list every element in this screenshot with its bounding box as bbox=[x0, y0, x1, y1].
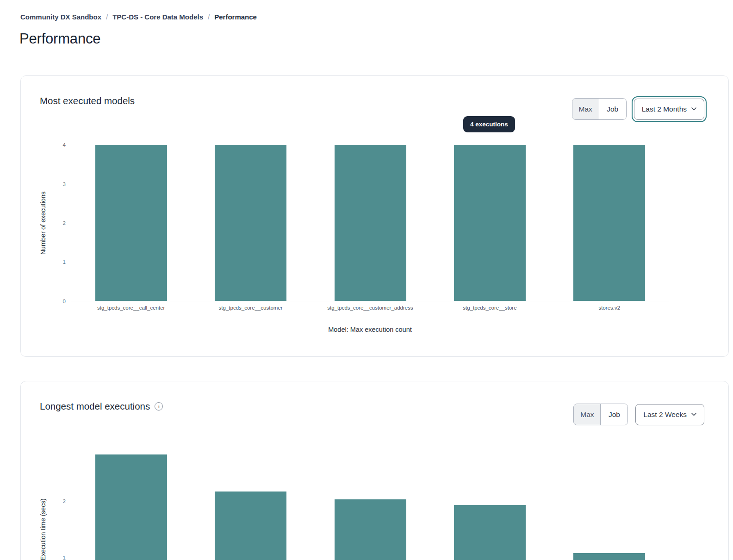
chart-controls: Max Job Last 2 Months bbox=[572, 98, 704, 120]
performance-page: Community DX Sandbox / TPC-DS - Core Dat… bbox=[0, 0, 733, 560]
bar[interactable] bbox=[573, 553, 645, 560]
timeframe-dropdown-value: Last 2 Months bbox=[642, 105, 687, 113]
card-title: Longest model executions i bbox=[40, 401, 163, 412]
bar-band bbox=[191, 145, 310, 301]
info-circle-icon[interactable]: i bbox=[155, 402, 163, 411]
x-axis-category: stores.v2 bbox=[550, 305, 669, 311]
job-toggle-button[interactable]: Job bbox=[601, 404, 627, 425]
bar-band bbox=[550, 145, 669, 301]
y-axis-tick: 1 bbox=[52, 258, 66, 266]
bar-band bbox=[191, 444, 310, 560]
breadcrumb-item-performance: Performance bbox=[214, 13, 257, 21]
most-executed-models-card: Most executed models Max Job Last 2 Mont… bbox=[20, 75, 729, 357]
chart-tooltip: 4 executions bbox=[463, 116, 515, 132]
max-job-toggle: Max Job bbox=[572, 98, 627, 120]
x-axis-labels: stg_tpcds_core__call_center stg_tpcds_co… bbox=[71, 301, 669, 311]
bar[interactable] bbox=[454, 145, 526, 301]
max-job-toggle: Max Job bbox=[573, 404, 628, 425]
breadcrumb-separator: / bbox=[208, 13, 210, 21]
max-toggle-button[interactable]: Max bbox=[574, 404, 601, 425]
bar-band bbox=[71, 444, 191, 560]
plot-area: 2 1 bbox=[71, 444, 669, 560]
max-toggle-button[interactable]: Max bbox=[572, 99, 599, 119]
chart-controls: Max Job Last 2 Weeks bbox=[573, 404, 704, 425]
bar[interactable] bbox=[215, 145, 286, 301]
x-axis-category: stg_tpcds_core__customer bbox=[191, 305, 310, 311]
y-axis-tick: 2 bbox=[52, 498, 66, 505]
bar[interactable] bbox=[95, 145, 167, 301]
job-toggle-button[interactable]: Job bbox=[599, 99, 626, 119]
bar-band bbox=[430, 444, 549, 560]
longest-model-executions-card: Longest model executions i Max Job Last … bbox=[20, 381, 729, 560]
bar[interactable] bbox=[215, 492, 286, 560]
x-axis-category: stg_tpcds_core__store bbox=[430, 305, 549, 311]
y-axis-title: Execution time (secs) bbox=[39, 444, 49, 560]
bar-band bbox=[311, 145, 430, 301]
y-axis-tick: 2 bbox=[52, 219, 66, 227]
bar[interactable] bbox=[335, 499, 406, 560]
bar-band bbox=[71, 145, 191, 301]
breadcrumb-item-account[interactable]: Community DX Sandbox bbox=[20, 13, 101, 21]
breadcrumb-item-project[interactable]: TPC-DS - Core Data Models bbox=[112, 13, 203, 21]
y-axis-tick: 1 bbox=[52, 554, 66, 560]
x-axis-title: Model: Max execution count bbox=[71, 326, 669, 333]
timeframe-dropdown[interactable]: Last 2 Months bbox=[634, 99, 704, 120]
bar-band bbox=[550, 444, 669, 560]
card-title-text: Longest model executions bbox=[40, 401, 150, 412]
y-axis-tick: 4 bbox=[52, 141, 66, 149]
bar[interactable] bbox=[335, 145, 406, 301]
y-axis-tick: 0 bbox=[52, 298, 66, 305]
x-axis-category: stg_tpcds_core__customer_address bbox=[311, 305, 430, 311]
bar-band bbox=[430, 145, 549, 301]
bar[interactable] bbox=[454, 505, 526, 560]
card-title: Most executed models bbox=[40, 95, 135, 106]
breadcrumb: Community DX Sandbox / TPC-DS - Core Dat… bbox=[20, 13, 257, 21]
x-axis-category: stg_tpcds_core__call_center bbox=[71, 305, 191, 311]
breadcrumb-separator: / bbox=[106, 13, 108, 21]
bar[interactable] bbox=[573, 145, 645, 301]
bar-band bbox=[311, 444, 430, 560]
timeframe-dropdown-value: Last 2 Weeks bbox=[643, 411, 687, 419]
bar[interactable] bbox=[95, 454, 167, 560]
card-title-text: Most executed models bbox=[40, 95, 135, 106]
y-axis-title: Number of executions bbox=[39, 145, 49, 301]
plot-area: 4 3 2 1 0 stg_tpcds_core__call_center st… bbox=[71, 145, 669, 301]
chevron-down-icon bbox=[691, 107, 696, 111]
chevron-down-icon bbox=[691, 413, 696, 416]
y-axis-tick: 3 bbox=[52, 180, 66, 188]
timeframe-dropdown[interactable]: Last 2 Weeks bbox=[635, 404, 704, 425]
page-title: Performance bbox=[19, 31, 100, 47]
